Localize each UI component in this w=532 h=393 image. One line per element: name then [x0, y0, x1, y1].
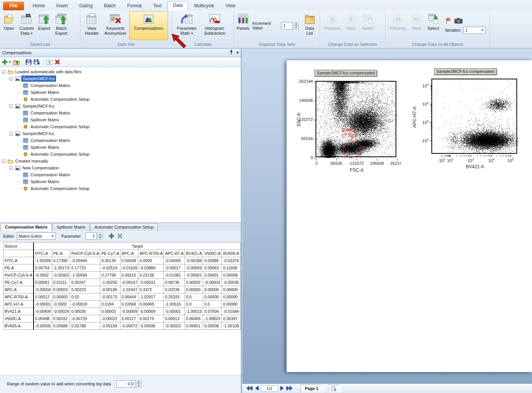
matrix-cell[interactable]: 0.03239 — [164, 286, 185, 293]
matrix-cell[interactable]: 0.0 — [203, 301, 222, 308]
matrix-cell[interactable]: -0.00006 — [164, 257, 185, 264]
matrix-cell[interactable]: 0.00061 — [34, 279, 52, 286]
new-page-tab[interactable] — [328, 385, 343, 393]
matrix-cell[interactable]: -0.00001 — [164, 308, 185, 315]
ribbon-tab-file[interactable]: File — [3, 2, 24, 10]
batch-export-button[interactable]: Batch Export — [52, 11, 71, 40]
select-selection-button[interactable]: Select — [359, 11, 377, 40]
matrix-cell[interactable]: -0.02374 — [222, 257, 241, 264]
iteration-dropdown[interactable]: 1 — [463, 27, 486, 34]
flag-icon[interactable] — [446, 18, 450, 25]
matrix-cell[interactable]: -0.01584 — [222, 308, 241, 315]
matrix-cell[interactable]: 0.00000 — [222, 293, 241, 301]
export-compensation-button[interactable] — [34, 59, 40, 65]
matrix-cell[interactable]: 0.06444 — [120, 293, 138, 301]
plot-title[interactable]: Sample2MCF.fcs compensated — [434, 68, 497, 75]
matrix-cell[interactable]: 0.09315 — [120, 272, 138, 279]
matrix-cell[interactable]: 0.00002 — [185, 279, 203, 286]
matrix-cell[interactable]: -0.00655 — [185, 264, 203, 272]
matrix-cell[interactable]: -0.00173 — [100, 293, 120, 301]
matrix-cell[interactable]: 0.00000 — [203, 293, 222, 301]
matrix-cell[interactable]: 0.00134 — [100, 257, 120, 264]
matrix-cell[interactable]: -1.00349 — [34, 257, 52, 264]
matrix-cell[interactable]: -0.02519 — [100, 264, 120, 272]
increment-value-field[interactable]: 1 — [281, 22, 293, 29]
matrix-cell[interactable]: 0.02068 — [120, 301, 138, 308]
tree-item-automatic-compensation-setup[interactable]: Automatic Compensation Setup — [0, 185, 241, 192]
tree-item-spillover-matrix[interactable]: Spillover Matrix — [0, 178, 241, 185]
tree-item-sample2mcf-fcs[interactable]: –Sample2MCF.fcs — [0, 103, 241, 110]
add-compensation-button[interactable] — [2, 59, 11, 65]
matrix-cell[interactable]: 0.08736 — [164, 279, 185, 286]
save-button[interactable] — [26, 59, 32, 65]
matrix-cell[interactable]: 0.00001 — [203, 272, 222, 279]
matrix-cell[interactable]: 0.02788 — [70, 322, 100, 330]
matrix-cell[interactable]: 0.17723 — [70, 264, 100, 272]
expander-icon[interactable]: – — [2, 70, 5, 74]
next-page-button[interactable] — [280, 386, 284, 391]
matrix-cell[interactable]: -1.02447 — [120, 286, 138, 293]
tab-automatic-compensation-setup[interactable]: Automatic Compensation Setup — [90, 223, 158, 231]
spin-up-icon[interactable] — [98, 232, 103, 236]
last-page-button[interactable] — [286, 386, 293, 391]
matrix-cell[interactable]: -0.03889 — [138, 264, 164, 272]
matrix-cell[interactable]: 0.22138 — [138, 272, 164, 279]
ribbon-tab-format[interactable]: Format — [122, 2, 147, 10]
add-parameter-button[interactable] — [109, 233, 114, 239]
panels-button[interactable]: Panels — [236, 11, 251, 40]
select-all-button[interactable]: Select — [425, 11, 442, 40]
matrix-cell[interactable]: -0.00444 — [70, 257, 100, 264]
expander-icon[interactable]: – — [2, 159, 5, 163]
matrix-cell[interactable]: -1.00173 — [52, 264, 70, 272]
matrix-cell[interactable]: -0.00031 — [138, 279, 164, 286]
matrix-cell[interactable]: 0.02 — [70, 293, 100, 301]
next-all-button[interactable]: Next — [409, 11, 425, 40]
matrix-cell[interactable]: -1.00515 — [185, 308, 203, 315]
tree-item-compensation-matrix[interactable]: Compensation Matrix — [0, 137, 241, 144]
matrix-cell[interactable]: 0.00247 — [70, 279, 100, 286]
scatter-plot-1[interactable]: Sample1MCF.fcs compensated06553613107219… — [316, 81, 398, 159]
editor-dropdown[interactable]: Matrix Editor — [17, 232, 56, 240]
tree-item-sample1mcf-fcs[interactable]: –Sample1MCF.fcs — [0, 75, 241, 82]
keywords-anonymizer-button[interactable]: Keywords Anonymizer — [102, 11, 129, 40]
matrix-cell[interactable]: -0.00004 — [34, 286, 52, 293]
matrix-cell[interactable]: -0.00009 — [120, 308, 138, 315]
matrix-cell[interactable]: -0.00018 — [70, 301, 100, 308]
matrix-cell[interactable]: -0.00003 — [203, 279, 222, 286]
matrix-cell[interactable]: 0.06405 — [185, 315, 203, 322]
ribbon-tab-view[interactable]: View — [220, 2, 241, 10]
matrix-cell[interactable]: -1.00255 — [100, 279, 120, 286]
spin-up-icon[interactable] — [293, 22, 299, 26]
matrix-cell[interactable]: 0.3372 — [138, 286, 164, 293]
matrix-cell[interactable]: -0.00072 — [120, 322, 138, 330]
matrix-cell[interactable]: -0.00159 — [100, 322, 120, 330]
parameter-spinner[interactable]: 1 — [85, 232, 103, 240]
matrix-cell[interactable]: 0.00013 — [164, 315, 185, 322]
matrix-cell[interactable]: 0.0184 — [100, 301, 120, 308]
matrix-cell[interactable]: 0.00000 — [52, 293, 70, 301]
expander-icon[interactable]: – — [9, 166, 13, 170]
spin-up-icon[interactable] — [136, 380, 141, 384]
matrix-cell[interactable]: 0.0 — [185, 301, 203, 308]
tree-item-spillover-matrix[interactable]: Spillover Matrix — [0, 89, 241, 96]
increment-value-spinner[interactable]: 1 — [281, 22, 299, 29]
matrix-cell[interactable]: 0.00000 — [203, 286, 222, 293]
matrix-cell[interactable]: 0.05601 — [185, 322, 203, 330]
view-header-button[interactable]: View Header — [82, 11, 102, 40]
plot-title[interactable]: Sample1MCF.fcs compensated — [314, 70, 377, 76]
matrix-cell[interactable]: 0.00754 — [34, 264, 52, 272]
ribbon-tab-home[interactable]: Home — [27, 2, 51, 10]
ribbon-tab-insert[interactable]: Insert — [51, 2, 74, 10]
parameter-value[interactable]: 1 — [85, 232, 97, 240]
matrix-cell[interactable]: 0.00035 — [70, 308, 100, 315]
first-page-button[interactable] — [246, 386, 253, 391]
expander-icon[interactable]: – — [9, 77, 13, 81]
matrix-cell[interactable]: -1.02917 — [138, 293, 164, 301]
ribbon-tab-batch[interactable]: Batch — [98, 2, 122, 10]
previous-selection-button[interactable]: Previous — [322, 11, 343, 40]
matrix-cell[interactable]: 0.25333 — [164, 293, 185, 301]
matrix-cell[interactable]: 0.00003 — [52, 286, 70, 293]
next-selection-button[interactable]: Next — [343, 11, 359, 40]
camera-icon[interactable] — [454, 18, 463, 24]
layout-page[interactable]: Sample1MCF.fcs compensated06553613107219… — [287, 60, 532, 372]
